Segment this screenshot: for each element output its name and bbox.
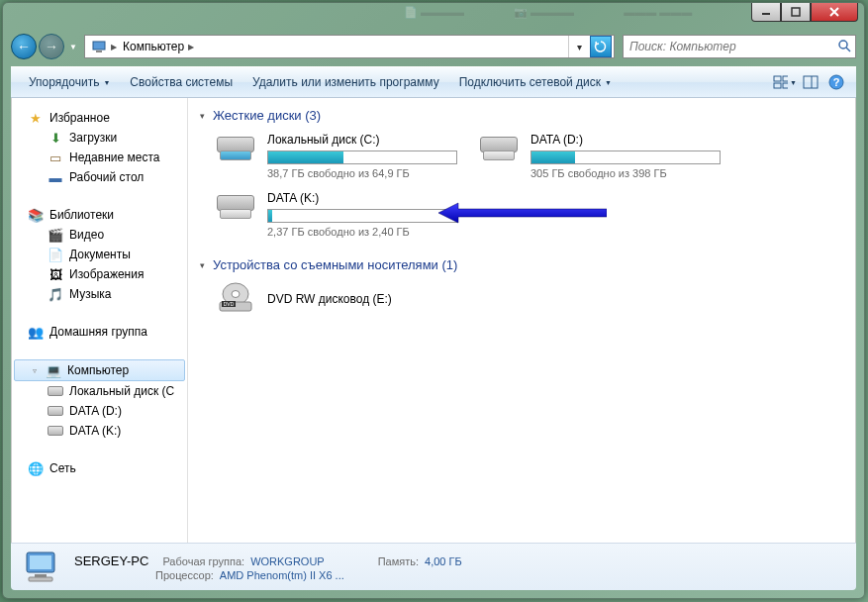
drive-k[interactable]: DATA (K:) 2,37 ГБ свободно из 2,40 ГБ bbox=[214, 191, 457, 238]
hard-drive-icon bbox=[477, 133, 521, 172]
chevron-down-icon: ▼ bbox=[605, 79, 612, 86]
minimize-button[interactable] bbox=[751, 3, 781, 22]
drive-info: 2,37 ГБ свободно из 2,40 ГБ bbox=[267, 226, 457, 238]
sidebar-item-desktop[interactable]: ▬Рабочий стол bbox=[12, 167, 187, 187]
sidebar-libraries[interactable]: 📚Библиотеки bbox=[12, 205, 187, 225]
network-icon: 🌐 bbox=[28, 460, 44, 476]
system-properties-button[interactable]: Свойства системы bbox=[120, 68, 242, 96]
organize-button[interactable]: Упорядочить▼ bbox=[19, 68, 120, 96]
address-dropdown[interactable]: ▾ bbox=[568, 36, 590, 57]
sidebar-item-recent[interactable]: ▭Недавние места bbox=[12, 148, 187, 167]
search-input[interactable] bbox=[624, 37, 833, 56]
drive-label: Локальный диск (C:) bbox=[267, 133, 457, 147]
svg-text:DVD: DVD bbox=[224, 301, 235, 307]
chevron-down-icon: ▾ bbox=[200, 260, 205, 270]
status-bar: SERGEY-PC Рабочая группа:WORKGROUP Памят… bbox=[11, 543, 856, 590]
drive-dvd[interactable]: DVD DVD RW дисковод (E:) bbox=[214, 282, 457, 322]
arrow-left-icon: ← bbox=[17, 39, 31, 54]
sidebar-item-music[interactable]: 🎵Музыка bbox=[12, 284, 187, 304]
sidebar-item-drive-k[interactable]: DATA (K:) bbox=[12, 421, 187, 441]
sidebar-computer[interactable]: ▿💻Компьютер bbox=[14, 359, 185, 381]
svg-rect-10 bbox=[804, 76, 818, 88]
drive-label: DATA (K:) bbox=[267, 191, 457, 205]
sidebar-item-drive-c[interactable]: Локальный диск (C bbox=[12, 381, 187, 401]
video-icon: 🎬 bbox=[48, 227, 63, 243]
sidebar-item-drive-d[interactable]: DATA (D:) bbox=[12, 401, 187, 421]
chevron-down-icon: ▼ bbox=[790, 79, 797, 86]
drive-info: 305 ГБ свободно из 398 ГБ bbox=[530, 167, 721, 179]
svg-rect-22 bbox=[29, 577, 52, 581]
hard-drive-icon bbox=[214, 191, 257, 231]
documents-icon: 📄 bbox=[48, 247, 63, 262]
computer-name: SERGEY-PC bbox=[74, 553, 148, 568]
sidebar: ★Избранное ⬇Загрузки ▭Недавние места ▬Ра… bbox=[12, 98, 188, 543]
drive-c[interactable]: Локальный диск (C:) 38,7 ГБ свободно из … bbox=[214, 133, 457, 179]
homegroup-icon: 👥 bbox=[28, 324, 44, 340]
dvd-drive-icon: DVD bbox=[214, 282, 257, 322]
svg-point-4 bbox=[839, 41, 847, 49]
arrow-right-icon: → bbox=[45, 39, 58, 54]
search-box[interactable] bbox=[623, 35, 856, 58]
svg-rect-1 bbox=[792, 8, 800, 16]
view-button[interactable]: ▼ bbox=[773, 70, 797, 94]
forward-button[interactable]: → bbox=[39, 34, 64, 59]
drive-capacity-bar bbox=[267, 209, 457, 223]
computer-icon bbox=[91, 39, 107, 54]
recent-icon: ▭ bbox=[48, 150, 63, 165]
music-icon: 🎵 bbox=[48, 286, 63, 302]
svg-point-15 bbox=[232, 291, 240, 298]
help-button[interactable]: ? bbox=[824, 70, 848, 94]
svg-line-5 bbox=[846, 48, 850, 51]
drive-icon bbox=[48, 423, 63, 439]
drive-info: 38,7 ГБ свободно из 64,9 ГБ bbox=[267, 167, 457, 179]
back-button[interactable]: ← bbox=[11, 34, 37, 59]
address-bar[interactable]: ▶ Компьютер▶ ▾ bbox=[84, 35, 615, 58]
sidebar-network[interactable]: 🌐Сеть bbox=[12, 458, 187, 478]
preview-pane-button[interactable] bbox=[799, 70, 822, 94]
chevron-down-icon: ▼ bbox=[103, 79, 110, 86]
group-removable[interactable]: ▾ Устройства со съемными носителями (1) bbox=[200, 257, 843, 272]
drive-label: DATA (D:) bbox=[530, 133, 721, 147]
breadcrumb-segment[interactable]: Компьютер▶ bbox=[117, 36, 200, 57]
expand-icon[interactable]: ▿ bbox=[29, 366, 40, 375]
explorer-window: ← → ▼ ▶ Компьютер▶ ▾ Упорядочить▼ Свойст… bbox=[2, 2, 865, 599]
group-hard-drives[interactable]: ▾ Жесткие диски (3) bbox=[200, 108, 843, 123]
uninstall-button[interactable]: Удалить или изменить программу bbox=[242, 68, 449, 96]
computer-icon bbox=[21, 549, 62, 586]
desktop-icon: ▬ bbox=[48, 169, 63, 185]
svg-rect-7 bbox=[783, 76, 788, 81]
refresh-button[interactable] bbox=[590, 36, 612, 57]
sidebar-item-pictures[interactable]: 🖼Изображения bbox=[12, 264, 187, 284]
toolbar: Упорядочить▼ Свойства системы Удалить ил… bbox=[11, 66, 856, 98]
titlebar[interactable] bbox=[3, 3, 864, 31]
pictures-icon: 🖼 bbox=[48, 266, 63, 282]
drive-d[interactable]: DATA (D:) 305 ГБ свободно из 398 ГБ bbox=[477, 133, 721, 179]
sidebar-homegroup[interactable]: 👥Домашняя группа bbox=[12, 322, 187, 342]
svg-text:?: ? bbox=[833, 76, 840, 88]
star-icon: ★ bbox=[28, 110, 44, 126]
svg-rect-6 bbox=[774, 76, 781, 81]
sidebar-item-documents[interactable]: 📄Документы bbox=[12, 245, 187, 264]
maximize-button[interactable] bbox=[781, 3, 811, 22]
svg-rect-3 bbox=[96, 50, 102, 52]
content-pane: ▾ Жесткие диски (3) Локальный диск (C:) … bbox=[188, 98, 855, 543]
library-icon: 📚 bbox=[28, 207, 44, 223]
sidebar-item-downloads[interactable]: ⬇Загрузки bbox=[12, 128, 187, 148]
hard-drive-icon bbox=[214, 133, 257, 172]
sidebar-item-video[interactable]: 🎬Видео bbox=[12, 225, 187, 245]
map-drive-button[interactable]: Подключить сетевой диск▼ bbox=[449, 68, 622, 96]
chevron-right-icon: ▶ bbox=[188, 43, 194, 51]
svg-rect-8 bbox=[774, 83, 781, 88]
drive-capacity-bar bbox=[267, 150, 457, 164]
downloads-icon: ⬇ bbox=[48, 130, 63, 146]
svg-rect-20 bbox=[30, 555, 51, 569]
sidebar-favorites[interactable]: ★Избранное bbox=[12, 108, 187, 128]
close-button[interactable] bbox=[811, 3, 858, 22]
drive-icon bbox=[48, 403, 63, 419]
svg-rect-9 bbox=[783, 83, 788, 88]
computer-icon: 💻 bbox=[46, 362, 61, 378]
search-icon[interactable] bbox=[833, 39, 855, 55]
svg-rect-0 bbox=[762, 13, 770, 15]
history-dropdown[interactable]: ▼ bbox=[66, 37, 80, 56]
svg-rect-2 bbox=[93, 42, 105, 50]
